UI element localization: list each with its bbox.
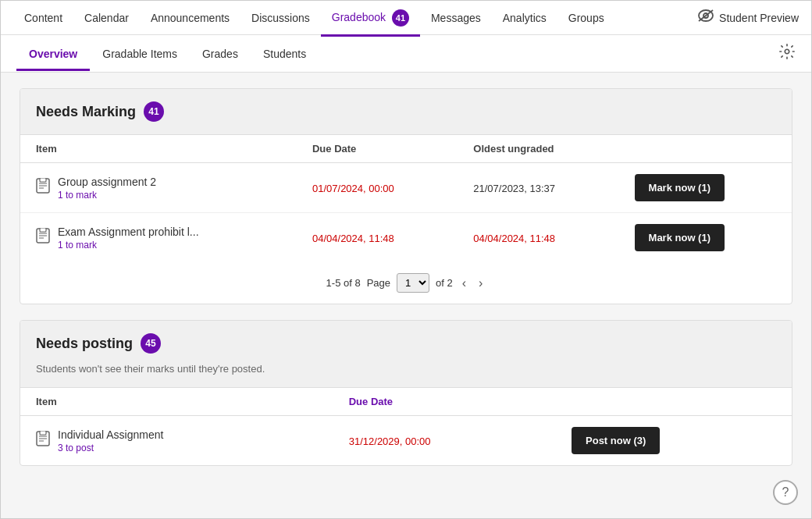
student-preview-label: Student Preview [719,12,799,24]
item-cell: Exam Assignment prohibit l... 1 to mark [20,213,297,263]
action-cell: Mark now (1) [619,163,792,213]
col-action [619,135,792,163]
col-oldest-ungraded: Oldest ungraded [458,135,618,163]
page-next-button[interactable]: › [475,275,486,292]
nav-item-messages[interactable]: Messages [420,2,492,34]
oldest-ungraded: 21/07/2023, 13:37 [473,183,555,194]
table-header-row: Item Due Date Oldest ungraded [20,135,792,163]
item-name: Group assignment 2 [58,176,156,188]
table-row: Exam Assignment prohibit l... 1 to mark … [20,213,792,263]
pagination: 1-5 of 8 Page 1 2 of 2 ‹ › [20,262,792,304]
nav-item-content[interactable]: Content [13,2,73,34]
item-sub: 1 to mark [58,190,156,201]
item-sub: 1 to mark [58,240,199,251]
needs-posting-header: Needs posting 45 Students won't see thei… [20,321,792,388]
due-date-cell: 31/12/2029, 00:00 [333,416,556,466]
help-icon[interactable]: ? [773,480,798,505]
student-preview-button[interactable]: Student Preview [697,9,799,27]
due-date: 01/07/2024, 00:00 [312,183,394,194]
col-item: Item [20,135,297,163]
svg-point-2 [785,49,789,54]
svg-rect-16 [40,228,46,232]
pagination-summary: 1-5 of 8 [326,277,361,289]
student-preview-icon [697,9,714,27]
nav-item-announcements[interactable]: Announcements [140,2,240,34]
needs-marking-header: Needs Marking 41 [20,89,792,135]
col-item: Item [20,388,333,416]
nav-item-groups[interactable]: Groups [557,2,615,34]
col-action [556,388,792,416]
item-name: Exam Assignment prohibit l... [58,226,199,238]
needs-marking-badge: 41 [144,101,164,122]
col-due-date: Due Date [297,135,458,163]
needs-posting-card: Needs posting 45 Students won't see thei… [20,320,792,466]
needs-posting-title: Needs posting [36,336,133,352]
item-cell: Individual Assignment 3 to post [20,416,333,466]
due-date: 31/12/2029, 00:00 [349,435,431,447]
main-content: Needs Marking 41 Item Due Date Oldest un… [1,73,811,519]
due-date: 04/04/2024, 11:48 [312,233,394,244]
sub-navigation: Overview Gradable Items Grades Students [1,35,811,73]
svg-rect-23 [40,431,46,435]
sub-nav-items: Overview Gradable Items Grades Students [16,37,778,71]
nav-item-calendar[interactable]: Calendar [73,2,140,34]
table-row: Individual Assignment 3 to post 31/12/20… [20,416,792,466]
needs-marking-title: Needs Marking [36,104,136,120]
needs-posting-badge: 45 [141,333,161,354]
pagination-of-label: of 2 [436,277,453,289]
page-select[interactable]: 1 2 [397,273,429,293]
action-cell: Mark now (1) [619,213,792,263]
oldest-ungraded-cell: 21/07/2023, 13:37 [458,163,618,213]
due-date-cell: 01/07/2024, 00:00 [297,163,458,213]
item-name: Individual Assignment [58,428,163,441]
mark-now-button-2[interactable]: Mark now (1) [635,224,725,251]
gradebook-badge: 41 [392,9,409,27]
pagination-page-label: Page [367,277,390,289]
nav-items: Content Calendar Announcements Discussio… [13,0,697,36]
needs-marking-card: Needs Marking 41 Item Due Date Oldest un… [20,88,792,304]
svg-rect-9 [40,178,46,182]
settings-icon[interactable] [778,43,796,64]
needs-posting-subtitle: Students won't see their marks until the… [36,363,265,375]
item-cell: Group assignment 2 1 to mark [20,163,297,213]
top-navigation: Content Calendar Announcements Discussio… [1,1,811,35]
oldest-ungraded-cell: 04/04/2024, 11:48 [458,213,618,263]
needs-marking-table: Item Due Date Oldest ungraded [20,135,792,262]
nav-item-analytics[interactable]: Analytics [492,2,557,34]
nav-item-discussions[interactable]: Discussions [240,2,321,34]
tab-gradable-items[interactable]: Gradable Items [90,37,190,71]
tab-overview[interactable]: Overview [16,37,90,71]
mark-now-button-1[interactable]: Mark now (1) [635,174,725,201]
tab-grades[interactable]: Grades [190,37,251,71]
item-sub: 3 to post [58,443,163,453]
table-row: Group assignment 2 1 to mark 01/07/2024,… [20,163,792,213]
assignment-icon [36,431,50,450]
nav-item-gradebook[interactable]: Gradebook 41 [321,0,420,36]
action-cell: Post now (3) [556,416,792,466]
page-prev-button[interactable]: ‹ [459,275,469,292]
assignment-icon [36,228,50,247]
tab-students[interactable]: Students [251,37,319,71]
col-due-date: Due Date [333,388,556,416]
assignment-icon [36,178,50,197]
due-date-cell: 04/04/2024, 11:48 [297,213,458,263]
needs-posting-table: Item Due Date [20,388,792,465]
oldest-ungraded: 04/04/2024, 11:48 [473,233,555,244]
post-now-button[interactable]: Post now (3) [572,427,660,454]
table-header-row: Item Due Date [20,388,792,416]
